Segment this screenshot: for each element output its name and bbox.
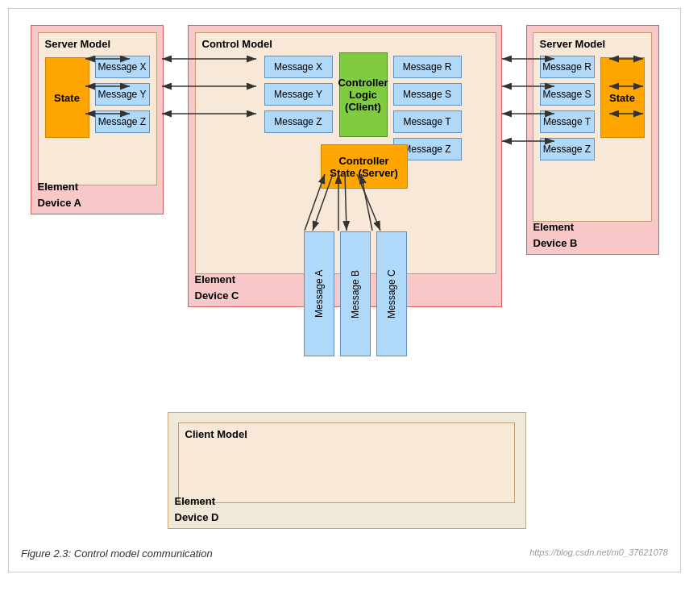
controller-state: ControllerState (Server) — [321, 144, 408, 189]
state-b: State — [600, 57, 645, 138]
element-b: Element — [533, 221, 575, 233]
server-model-b-title: Server Model — [540, 38, 606, 50]
server-model-b: Server Model Message R Message S Message… — [533, 32, 652, 222]
vert-msg-a: Message A — [304, 231, 334, 356]
msg-z-a: Message Z — [95, 110, 150, 133]
device-b: Server Model Message R Message S Message… — [526, 25, 659, 255]
device-c-label: Device C — [195, 289, 239, 302]
diagram-area: Server Model State Message X Message Y M… — [19, 17, 671, 541]
figure-caption: Figure 2.3: Control model communication — [21, 547, 213, 560]
ctrl-msg-r: Message R — [393, 56, 462, 78]
ctrl-msg-t: Message T — [393, 110, 462, 133]
element-c: Element — [195, 273, 236, 285]
ctrl-msg-z: Message Z — [264, 110, 333, 133]
ctrl-msg-s: Message S — [393, 83, 462, 106]
msg-x-a: Message X — [95, 56, 150, 78]
device-a-label: Device A — [38, 197, 81, 209]
client-model-box: Client Model — [178, 422, 515, 503]
vert-msg-c: Message C — [376, 231, 407, 356]
main-container: Server Model State Message X Message Y M… — [8, 8, 681, 572]
msg-t: Message T — [540, 110, 595, 133]
state-a: State — [45, 57, 89, 138]
msg-r: Message R — [540, 56, 595, 78]
msg-y-a: Message Y — [95, 83, 150, 106]
msg-z-b: Message Z — [540, 138, 595, 160]
controller-logic: ControllerLogic (Client) — [339, 52, 388, 137]
device-b-label: Device B — [533, 237, 578, 249]
ctrl-msg-y: Message Y — [264, 83, 333, 106]
element-d: Element — [175, 495, 216, 507]
msg-s: Message S — [540, 83, 595, 106]
ctrl-msg-x: Message X — [264, 56, 333, 78]
device-c: Control Model Message X Message Y Messag… — [188, 25, 502, 307]
watermark: https://blog.csdn.net/m0_37621078 — [529, 547, 668, 560]
device-a: Server Model State Message X Message Y M… — [31, 25, 164, 214]
client-model-title: Client Model — [185, 428, 247, 440]
element-a: Element — [38, 181, 79, 193]
caption: Figure 2.3: Control model communication … — [17, 547, 672, 560]
server-model-a-title: Server Model — [45, 38, 111, 50]
device-d-label: Device D — [175, 511, 219, 523]
vert-msg-b: Message B — [340, 231, 371, 356]
device-d: Client Model Element Device D — [168, 412, 526, 529]
server-model-a: Server Model State Message X Message Y M… — [38, 32, 157, 185]
control-model-title: Control Model — [202, 38, 272, 50]
